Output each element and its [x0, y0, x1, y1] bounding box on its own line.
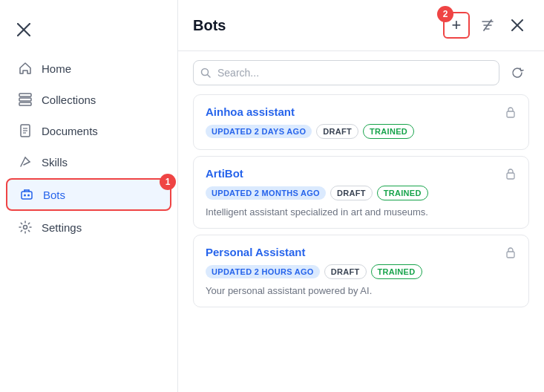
bot-tags-1: UPDATED 2 MONTHS AGO DRAFT TRAINED	[206, 186, 517, 200]
sidebar-documents-label: Documents	[42, 125, 98, 137]
search-input-wrapper	[193, 60, 499, 85]
sidebar-settings-label: Settings	[42, 221, 82, 234]
search-input[interactable]	[193, 60, 499, 85]
bot-card-2[interactable]: Personal Assistant UPDATED 2 HOURS AGO D…	[193, 235, 529, 307]
bot-tags-2: UPDATED 2 HOURS AGO DRAFT TRAINED	[206, 264, 517, 279]
bot-tags-0: UPDATED 2 DAYS AGO DRAFT TRAINED	[206, 124, 517, 139]
svg-rect-12	[22, 192, 32, 199]
sidebar-bots-label: Bots	[43, 189, 65, 201]
skills-icon	[18, 154, 33, 169]
close-sidebar-button[interactable]	[12, 18, 36, 42]
sidebar-collections-label: Collections	[42, 94, 96, 106]
sidebar-item-collections[interactable]: Collections	[6, 85, 171, 114]
page-title: Bots	[193, 17, 226, 34]
bot-name-2: Personal Assistant	[206, 246, 306, 258]
collections-icon	[18, 92, 33, 107]
main-header: Bots 2 +	[178, 0, 544, 51]
bot-card-header-0: Ainhoa assistant	[206, 105, 517, 118]
svg-rect-29	[507, 252, 514, 258]
bot-card-header-1: ArtiBot	[206, 167, 517, 180]
search-icon	[200, 68, 211, 78]
tag-trained-2: TRAINED	[371, 264, 422, 279]
bot-description-2: Your personal assistant powered by AI.	[206, 285, 517, 296]
sidebar-item-documents[interactable]: Documents	[6, 116, 171, 146]
sidebar-item-bots[interactable]: Bots	[6, 178, 171, 211]
bot-name-0: Ainhoa assistant	[206, 105, 295, 118]
svg-rect-27	[507, 111, 514, 117]
svg-rect-3	[19, 98, 31, 101]
svg-point-14	[27, 195, 30, 197]
add-badge: 2	[437, 6, 453, 22]
sidebar-close-section	[0, 12, 177, 53]
tag-trained-0: TRAINED	[363, 124, 414, 139]
bot-card-0[interactable]: Ainhoa assistant UPDATED 2 DAYS AGO DRAF…	[193, 94, 529, 150]
bot-lock-icon-2	[505, 246, 517, 258]
bots-nav-badge: 1	[160, 174, 176, 190]
tag-draft-0: DRAFT	[316, 124, 358, 139]
header-actions: 2 +	[443, 12, 529, 39]
sidebar-nav: Home Collections	[0, 53, 177, 242]
tag-updated-2: UPDATED 2 HOURS AGO	[206, 265, 320, 278]
search-bar	[178, 51, 544, 94]
sidebar-item-settings[interactable]: Settings	[6, 212, 171, 242]
sidebar-home-label: Home	[42, 62, 71, 75]
filter-button[interactable]	[476, 13, 499, 37]
refresh-button[interactable]	[505, 61, 529, 85]
tag-updated-1: UPDATED 2 MONTHS AGO	[206, 186, 326, 200]
home-icon	[18, 61, 33, 76]
bot-card-header-2: Personal Assistant	[206, 246, 517, 258]
sidebar-skills-label: Skills	[42, 156, 68, 169]
tag-draft-2: DRAFT	[324, 264, 367, 279]
svg-rect-28	[507, 173, 514, 179]
tag-draft-1: DRAFT	[330, 186, 373, 200]
svg-rect-2	[19, 94, 31, 97]
sidebar-item-skills[interactable]: Skills	[6, 147, 171, 177]
settings-icon	[18, 220, 33, 235]
svg-point-18	[24, 226, 27, 229]
bot-lock-icon-1	[505, 168, 517, 180]
svg-line-10	[25, 157, 30, 162]
sidebar: Home Collections	[0, 0, 178, 392]
bot-card-1[interactable]: ArtiBot UPDATED 2 MONTHS AGO DRAFT TRAIN…	[193, 156, 529, 229]
bot-name-1: ArtiBot	[206, 167, 243, 180]
svg-rect-4	[19, 102, 31, 105]
add-button-wrapper: 2 +	[443, 12, 470, 39]
svg-point-13	[24, 195, 26, 197]
bot-list: Ainhoa assistant UPDATED 2 DAYS AGO DRAF…	[178, 94, 544, 392]
svg-line-11	[24, 162, 30, 165]
tag-trained-1: TRAINED	[377, 186, 428, 200]
sidebar-item-home[interactable]: Home	[6, 53, 171, 83]
svg-line-26	[208, 75, 211, 78]
close-main-button[interactable]	[505, 13, 529, 37]
bot-description-1: Intelligent assistant specialized in art…	[206, 206, 517, 218]
bot-lock-icon-0	[505, 106, 517, 118]
tag-updated-0: UPDATED 2 DAYS AGO	[206, 125, 312, 138]
bots-icon	[19, 187, 34, 202]
documents-icon	[18, 123, 33, 138]
main-content: Bots 2 +	[178, 0, 544, 392]
